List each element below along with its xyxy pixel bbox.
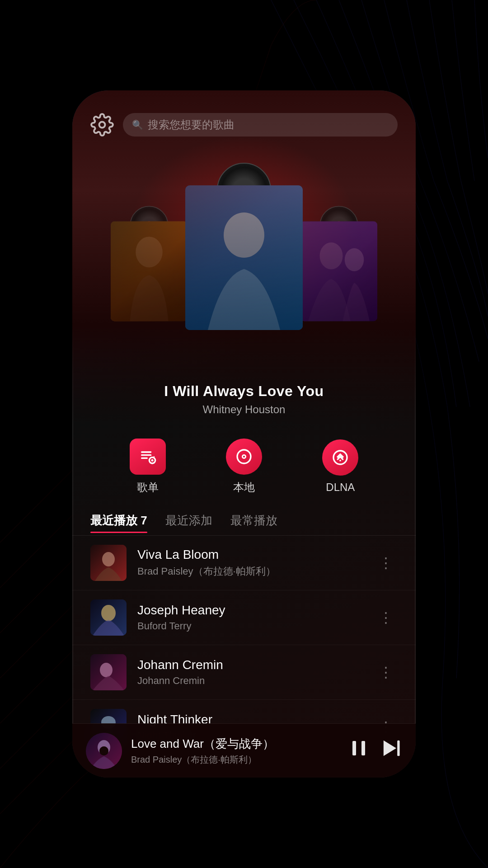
menu-label-playlist: 歌单 [137, 480, 159, 495]
playback-controls [348, 736, 402, 765]
search-icon: 🔍 [132, 119, 143, 130]
tab-most-play[interactable]: 最常播放 [230, 513, 277, 533]
local-icon [226, 439, 262, 475]
song-thumb-2 [90, 599, 127, 636]
more-icon-2[interactable]: ⋮ [374, 604, 398, 631]
playlist-icon [130, 439, 166, 475]
tab-most-play-label: 最常播放 [230, 514, 277, 527]
dlna-icon [322, 439, 358, 476]
svg-point-26 [99, 746, 108, 755]
album-card-center[interactable] [185, 185, 303, 330]
menu-label-dlna: DLNA [326, 481, 355, 494]
song-row-1[interactable]: Viva La Bloom Brad Paisley（布拉德·帕斯利） ⋮ [72, 536, 416, 590]
tab-recent-add-label: 最近添加 [165, 514, 212, 527]
hero-area: 🔍 搜索您想要的歌曲 [72, 90, 416, 425]
hero-song-info: I Will Always Love You Whitney Houston [72, 383, 416, 416]
hero-song-artist: Whitney Houston [72, 403, 416, 416]
album-carousel [72, 158, 416, 330]
search-placeholder: 搜索您想要的歌曲 [148, 118, 235, 132]
song-details-1: Viva La Bloom Brad Paisley（布拉德·帕斯利） [137, 547, 363, 578]
menu-item-dlna[interactable]: DLNA [322, 439, 358, 494]
svg-marker-29 [384, 741, 396, 756]
hero-song-title: I Will Always Love You [72, 383, 416, 400]
top-bar: 🔍 搜索您想要的歌曲 [72, 113, 416, 137]
menu-item-local[interactable]: 本地 [226, 439, 262, 495]
song-title-3: Johann Cremin [137, 658, 363, 672]
settings-icon[interactable] [90, 113, 114, 137]
menu-item-playlist[interactable]: 歌单 [130, 439, 166, 495]
svg-rect-30 [397, 741, 399, 756]
now-playing-artist: Brad Paisley（布拉德·帕斯利） [131, 754, 339, 766]
now-playing-bar[interactable]: Love and War（爱与战争） Brad Paisley（布拉德·帕斯利） [72, 723, 416, 778]
next-button[interactable] [379, 736, 402, 765]
svg-rect-27 [352, 741, 356, 755]
more-icon-3[interactable]: ⋮ [374, 659, 398, 685]
phone-frame: 🔍 搜索您想要的歌曲 [72, 90, 416, 778]
pause-button[interactable] [348, 737, 370, 764]
song-details-3: Johann Cremin Johann Cremin [137, 658, 363, 687]
svg-rect-6 [141, 454, 151, 456]
song-details-2: Joseph Heaney Buford Terry [137, 603, 363, 632]
album-cover-right [300, 222, 377, 321]
song-row-2[interactable]: Joseph Heaney Buford Terry ⋮ [72, 590, 416, 645]
more-icon-1[interactable]: ⋮ [374, 550, 398, 576]
svg-point-25 [98, 740, 110, 755]
tab-recent-add[interactable]: 最近添加 [165, 513, 212, 533]
song-artist-1: Brad Paisley（布拉德·帕斯利） [137, 565, 363, 578]
now-playing-info: Love and War（爱与战争） Brad Paisley（布拉德·帕斯利） [131, 736, 339, 766]
tabs-row: 最近播放 7 最近添加 最常播放 [72, 508, 416, 536]
svg-rect-7 [141, 458, 148, 459]
svg-point-0 [99, 122, 105, 128]
album-cover-center [185, 185, 303, 330]
album-cover-left [111, 222, 188, 321]
tab-recent-play-label: 最近播放 7 [90, 514, 147, 527]
svg-rect-5 [141, 451, 151, 453]
album-card-right[interactable] [300, 222, 377, 321]
song-artist-2: Buford Terry [137, 620, 363, 632]
svg-point-17 [102, 552, 115, 566]
now-playing-thumb [86, 733, 122, 769]
song-thumb-3 [90, 654, 127, 690]
now-playing-title: Love and War（爱与战争） [131, 736, 339, 752]
svg-rect-28 [361, 741, 365, 755]
song-row-3[interactable]: Johann Cremin Johann Cremin ⋮ [72, 645, 416, 700]
svg-point-21 [100, 663, 113, 677]
svg-point-19 [101, 605, 116, 621]
song-thumb-1 [90, 545, 127, 581]
svg-point-13 [243, 456, 245, 458]
song-artist-3: Johann Cremin [137, 675, 363, 687]
search-bar[interactable]: 🔍 搜索您想要的歌曲 [123, 113, 398, 137]
song-title-2: Joseph Heaney [137, 603, 363, 618]
album-card-left[interactable] [111, 222, 188, 321]
tab-recent-play[interactable]: 最近播放 7 [90, 513, 147, 533]
song-title-1: Viva La Bloom [137, 547, 363, 562]
menu-label-local: 本地 [233, 480, 255, 495]
svg-point-9 [151, 459, 153, 462]
menu-row: 歌单 本地 [72, 425, 416, 508]
